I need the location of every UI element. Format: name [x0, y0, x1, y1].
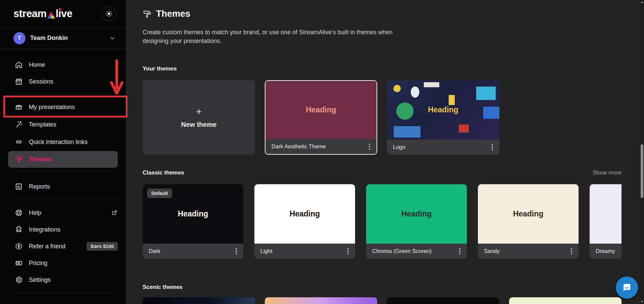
sidebar-item-templates[interactable]: Templates	[0, 116, 126, 133]
gear-icon	[15, 276, 23, 284]
theme-card-scenic-gradient[interactable]	[265, 297, 377, 304]
theme-card-dark[interactable]: Default Heading Dark	[143, 184, 243, 259]
kebab-menu-icon[interactable]	[368, 143, 370, 150]
sidebar-item-quick-interaction-links[interactable]: Quick interaction links	[0, 134, 126, 150]
theme-card-sandy[interactable]: Heading Sandy	[478, 184, 579, 259]
main-content: Themes Create custom themes to match you…	[126, 0, 644, 304]
theme-card-light[interactable]: Heading Light	[254, 184, 355, 259]
life-buoy-icon	[15, 209, 23, 217]
theme-preview-heading: Heading	[428, 105, 458, 114]
kebab-menu-icon[interactable]	[347, 248, 349, 255]
scenic-themes-heading: Scenic themes	[143, 284, 622, 291]
plus-icon: +	[196, 107, 202, 117]
theme-preview-heading: Heading	[306, 105, 336, 114]
sidebar-item-my-presentations[interactable]: My presentations	[0, 99, 126, 115]
theme-card-name: Dark	[149, 248, 160, 254]
theme-preview-heading: Heading	[513, 209, 544, 218]
team-switcher[interactable]: T Team Donkin	[0, 28, 126, 49]
sidebar-item-integrations[interactable]: Integrations	[0, 221, 126, 238]
chat-bubble-icon	[621, 282, 633, 293]
theme-card-chroma[interactable]: Heading Chroma (Green Screen)	[366, 184, 467, 259]
scroll-up-arrow[interactable]: ▲	[640, 0, 644, 4]
sidebar-item-pricing[interactable]: Pricing	[0, 255, 126, 271]
theme-preview-heading: Heading	[178, 209, 208, 218]
your-themes-heading: Your themes	[143, 65, 622, 72]
kebab-menu-icon[interactable]	[235, 248, 237, 255]
sidebar-item-help[interactable]: Help	[0, 204, 126, 221]
dollar-circle-icon	[15, 242, 23, 250]
team-avatar: T	[13, 32, 26, 44]
sidebar-item-label: Home	[29, 61, 45, 68]
theme-card-name: Light	[260, 248, 273, 254]
sidebar-item-themes[interactable]: Themes	[8, 151, 118, 168]
default-badge: Default	[147, 189, 172, 198]
classic-themes-heading: Classic themes	[143, 169, 184, 176]
logo-text-stream: stream	[13, 8, 47, 20]
your-themes-row: + New theme Heading Dark Aesthetic Theme…	[143, 80, 622, 155]
sidebar-item-label: Help	[29, 209, 41, 216]
theme-card-dark-aesthetic[interactable]: Heading Dark Aesthetic Theme	[265, 80, 377, 155]
logo-triangle-a-icon	[47, 11, 55, 19]
logo-text-live: live	[56, 8, 72, 20]
page-title: Themes	[156, 9, 190, 19]
sidebar: stream live T Team Donkin Home	[0, 0, 126, 304]
sidebar-item-label: Templates	[29, 121, 56, 128]
sidebar-item-label: My presentations	[29, 104, 75, 111]
theme-card-dreamy[interactable]: Heading Dreamy	[590, 184, 622, 259]
earn-badge: Earn $100	[87, 242, 118, 251]
classic-themes-row: Default Heading Dark Heading Light Headi…	[143, 184, 622, 259]
sidebar-nav: Home Sessions My presentations	[0, 49, 126, 293]
theme-card-name: Dark Aesthetic Theme	[271, 143, 326, 150]
magic-wand-icon	[15, 120, 23, 129]
sidebar-item-reports[interactable]: Reports	[0, 178, 126, 195]
scenic-themes-row	[143, 297, 622, 304]
link-icon	[15, 138, 23, 146]
theme-card-scenic-earth[interactable]	[387, 297, 499, 304]
sidebar-item-settings[interactable]: Settings	[0, 271, 126, 288]
sidebar-item-label: Settings	[29, 276, 51, 284]
sidebar-item-label: Quick interaction links	[29, 139, 88, 146]
theme-preview-heading: Heading	[401, 209, 432, 218]
theme-card-scenic-mellow[interactable]	[509, 297, 622, 304]
scrollbar-thumb[interactable]	[641, 144, 643, 198]
streamalive-logo: stream live	[13, 8, 72, 20]
sidebar-item-label: Integrations	[29, 226, 60, 233]
scroll-down-arrow[interactable]: ▼	[640, 300, 644, 303]
vertical-scrollbar[interactable]: ▲ ▼	[640, 0, 644, 304]
external-link-icon	[111, 209, 118, 216]
bar-chart-icon	[15, 183, 23, 191]
show-more-link[interactable]: Show more	[593, 169, 622, 176]
kebab-menu-icon[interactable]	[491, 144, 493, 151]
sidebar-item-refer-a-friend[interactable]: Refer a friend Earn $100	[0, 238, 126, 255]
theme-card-logo[interactable]: Heading Logo	[387, 80, 499, 155]
chevron-down-icon	[109, 35, 116, 42]
chat-launcher-button[interactable]	[616, 276, 638, 299]
sun-icon	[105, 10, 113, 17]
sidebar-item-label: Reports	[29, 183, 50, 190]
divider	[13, 293, 116, 293]
puzzle-icon	[15, 225, 23, 234]
sidebar-item-sessions[interactable]: Sessions	[0, 73, 126, 90]
sidebar-item-label: Themes	[29, 156, 52, 163]
banknote-icon	[15, 259, 23, 267]
kebab-menu-icon[interactable]	[571, 248, 573, 255]
sidebar-item-label: Sessions	[29, 78, 53, 85]
new-theme-card[interactable]: + New theme	[143, 80, 255, 155]
team-name: Team Donkin	[30, 35, 68, 42]
presentations-icon	[15, 103, 23, 111]
theme-card-name: Sandy	[484, 248, 500, 254]
theme-card-name: Chroma (Green Screen)	[372, 248, 432, 254]
theme-toggle-button[interactable]	[102, 6, 116, 21]
theme-preview-heading: Heading	[290, 209, 320, 218]
theme-card-scenic-starry[interactable]	[143, 297, 255, 304]
sidebar-header: stream live	[0, 0, 126, 28]
sidebar-item-home[interactable]: Home	[0, 56, 126, 73]
sidebar-item-label: Pricing	[29, 260, 47, 267]
sidebar-item-label: Refer a friend	[29, 243, 65, 250]
home-icon	[15, 61, 23, 69]
logo-pink-dot	[59, 8, 61, 10]
paint-roller-icon	[15, 155, 23, 163]
calendar-icon	[15, 78, 23, 86]
theme-card-name: Logo	[393, 144, 405, 150]
kebab-menu-icon[interactable]	[459, 248, 461, 255]
